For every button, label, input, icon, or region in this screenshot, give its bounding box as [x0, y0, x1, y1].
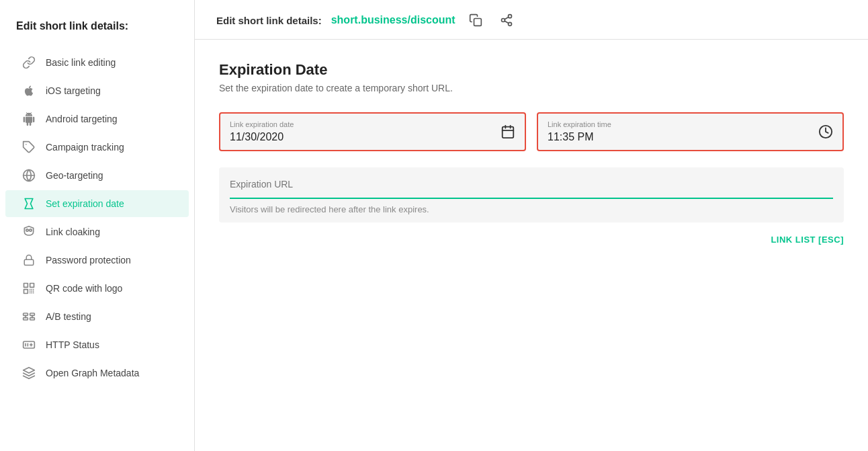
- time-field-wrapper: Link expiration time 11:35 PM: [548, 120, 818, 143]
- sidebar-item-link-cloaking[interactable]: Link cloaking: [5, 218, 189, 245]
- sidebar-item-qr-code[interactable]: QR code with logo: [5, 275, 189, 302]
- svg-point-3: [26, 229, 28, 231]
- hourglass-icon: [21, 197, 36, 210]
- sidebar-item-label: Geo-targeting: [46, 170, 103, 181]
- date-field-wrapper: Link expiration date 11/30/2020: [230, 120, 501, 143]
- time-field-label: Link expiration time: [548, 120, 818, 128]
- sidebar-item-label: QR code with logo: [46, 283, 122, 294]
- sidebar-item-label: Basic link editing: [46, 57, 116, 68]
- sidebar-item-label: Open Graph Metadata: [46, 368, 139, 378]
- http-icon: [21, 338, 36, 352]
- date-field-label: Link expiration date: [230, 120, 501, 128]
- tag-icon: [21, 140, 36, 154]
- mask-icon: [21, 225, 36, 239]
- sidebar-item-set-expiration-date[interactable]: Set expiration date: [5, 190, 189, 217]
- svg-rect-8: [24, 290, 28, 294]
- svg-point-4: [30, 229, 32, 231]
- svg-rect-6: [24, 284, 28, 288]
- sidebar-item-label: A/B testing: [46, 311, 91, 322]
- sidebar-item-label: Set expiration date: [46, 198, 124, 209]
- sidebar-item-open-graph[interactable]: Open Graph Metadata: [5, 360, 189, 386]
- clock-icon: [818, 124, 833, 139]
- sidebar: Edit short link details: Basic link edit…: [0, 0, 195, 451]
- sidebar-item-geo-targeting[interactable]: Geo-targeting: [5, 162, 189, 189]
- date-field[interactable]: Link expiration date 11/30/2020: [219, 112, 526, 151]
- time-field-value: 11:35 PM: [548, 131, 818, 143]
- sidebar-header: Edit short link details:: [0, 13, 194, 48]
- sidebar-item-label: Campaign tracking: [46, 142, 124, 153]
- expiration-url-section: Visitors will be redirected here after t…: [219, 167, 844, 222]
- calendar-icon: [501, 124, 515, 139]
- graph-icon: [21, 366, 36, 380]
- time-field[interactable]: Link expiration time 11:35 PM: [537, 112, 844, 151]
- section-subtitle: Set the expiration date to create a temp…: [219, 83, 844, 93]
- sidebar-item-label: Android targeting: [46, 114, 118, 124]
- globe-icon: [21, 169, 36, 182]
- split-icon: [21, 310, 36, 323]
- svg-rect-36: [503, 127, 514, 138]
- date-time-row: Link expiration date 11/30/2020 L: [219, 112, 844, 151]
- main-content: Edit short link details: short.business/…: [195, 0, 868, 451]
- sidebar-item-http-status[interactable]: HTTP Status: [5, 331, 189, 358]
- expiration-url-input[interactable]: [230, 179, 833, 199]
- link-list-section: LINK LIST [ESC]: [219, 233, 844, 245]
- copy-button[interactable]: [465, 12, 486, 28]
- sidebar-item-password-protection[interactable]: Password protection: [5, 247, 189, 274]
- content-area: Expiration Date Set the expiration date …: [195, 40, 868, 451]
- sidebar-item-android-targeting[interactable]: Android targeting: [5, 106, 189, 132]
- link-list-button[interactable]: LINK LIST [ESC]: [771, 235, 844, 245]
- link-icon: [21, 56, 36, 69]
- sidebar-item-label: Link cloaking: [46, 227, 100, 237]
- svg-line-34: [505, 21, 509, 23]
- expiration-url-hint: Visitors will be redirected here after t…: [230, 199, 833, 222]
- sidebar-item-label: HTTP Status: [46, 339, 99, 350]
- section-title: Expiration Date: [219, 61, 844, 79]
- page-title: Edit short link details:: [216, 15, 322, 26]
- svg-line-35: [505, 17, 509, 19]
- lock-icon: [21, 253, 36, 267]
- svg-rect-7: [30, 284, 34, 288]
- sidebar-item-label: Password protection: [46, 255, 131, 265]
- svg-marker-29: [24, 368, 35, 373]
- sidebar-item-basic-link-editing[interactable]: Basic link editing: [5, 49, 189, 76]
- share-button[interactable]: [496, 12, 517, 28]
- sidebar-item-label: iOS targeting: [46, 85, 101, 96]
- apple-icon: [21, 84, 36, 97]
- sidebar-item-ios-targeting[interactable]: iOS targeting: [5, 77, 189, 104]
- sidebar-item-campaign-tracking[interactable]: Campaign tracking: [5, 134, 189, 161]
- svg-rect-30: [474, 19, 481, 26]
- svg-rect-5: [24, 259, 34, 265]
- qr-icon: [21, 282, 36, 295]
- date-field-value: 11/30/2020: [230, 131, 501, 143]
- short-link[interactable]: short.business/discount: [331, 14, 455, 26]
- sidebar-item-ab-testing[interactable]: A/B testing: [5, 303, 189, 330]
- top-bar: Edit short link details: short.business/…: [195, 0, 868, 40]
- android-icon: [21, 112, 36, 126]
